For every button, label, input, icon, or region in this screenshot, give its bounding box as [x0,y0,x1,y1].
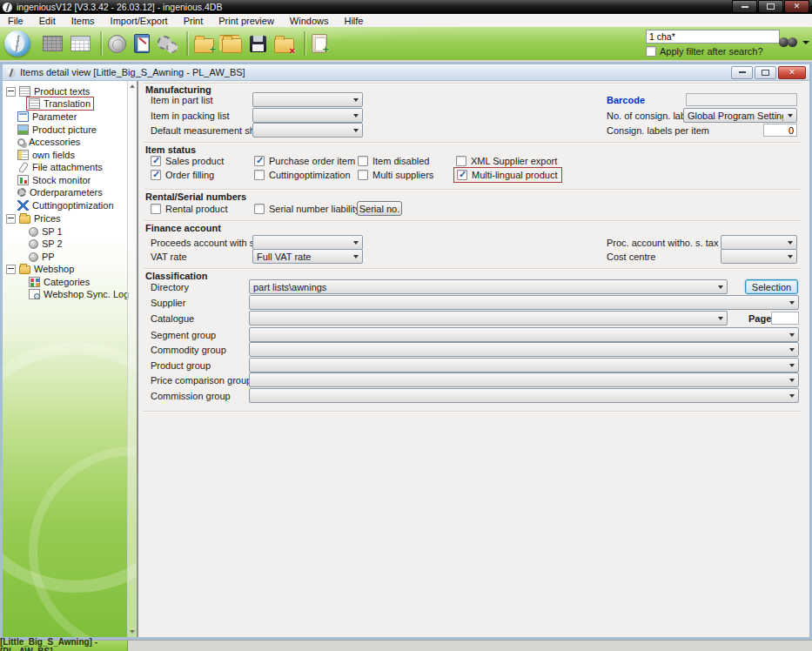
checkbox-icon[interactable] [358,170,368,180]
checkbox-rental-product[interactable]: Rental product [151,204,228,214]
checkbox-icon[interactable] [456,156,466,166]
checkbox-sales-product[interactable]: Sales product [151,156,224,166]
tree-item-webshop[interactable]: Webshop [6,263,74,275]
accessories-icon [17,138,25,146]
new-record-button[interactable] [194,38,214,53]
checkbox-cuttingoptimization[interactable]: Cuttingoptimization [254,170,351,180]
selection-button[interactable]: Selection [745,279,798,294]
checkbox-purchase-order-item[interactable]: Purchase order item [254,156,355,166]
collapse-toggle-icon[interactable] [6,214,16,224]
product-group-dropdown[interactable] [249,358,799,372]
catalogue-dropdown[interactable] [249,311,728,326]
detail-minimize-button[interactable] [731,66,753,79]
currency-button[interactable] [108,35,126,53]
item-in-part-list-dropdown[interactable] [252,92,363,107]
menu-import-export[interactable]: Import/Export [103,16,176,26]
serial-no-button[interactable]: Serial no. [357,201,402,216]
checkbox-multi-lingual-product[interactable]: Multi-lingual product [453,167,562,183]
collapse-toggle-icon[interactable] [6,265,16,274]
tree-item-own-fields[interactable]: own fields [17,149,75,161]
tree-item-webshop-sync-log[interactable]: Webshop Sync. Log [29,288,129,300]
taskbar-active-tab[interactable]: [Little_Big_S_Awning] - [PL_AW_BS] [0,641,128,651]
checkbox-order-filling[interactable]: Order filling [151,170,214,180]
checkbox-icon[interactable] [151,204,161,214]
section-title-rental: Rental/Serial numbers [145,191,246,202]
add-clipboard-button[interactable] [312,34,327,53]
proc-account-witho-dropdown[interactable] [721,235,797,250]
checkbox-serial-number-liability[interactable]: Serial number liability [254,204,360,214]
menu-items[interactable]: Items [64,16,103,26]
minimize-button[interactable] [732,0,757,13]
edit-clipboard-button[interactable] [134,34,150,53]
table-view-button[interactable] [70,36,91,51]
segment-group-dropdown[interactable] [249,327,799,342]
apply-filter-checkbox[interactable] [646,46,656,57]
checkbox-icon[interactable] [254,170,265,180]
list-view-button[interactable] [43,36,63,51]
tree-item-cuttingoptimization[interactable]: Cuttingoptimization [17,199,114,211]
commission-group-dropdown[interactable] [249,388,799,403]
tree-scrollbar[interactable] [127,81,137,637]
item-in-packing-list-dropdown[interactable] [252,108,363,123]
barcode-input[interactable] [686,93,797,106]
page-input[interactable] [771,312,799,325]
checkbox-icon[interactable] [254,156,265,166]
tree-item-parameter[interactable]: Parameter [17,111,77,123]
duplicate-record-button[interactable] [222,38,242,53]
detail-close-button[interactable]: ✕ [778,66,806,79]
close-button[interactable]: ✕ [784,0,809,13]
consign-per-item-input[interactable] [763,124,797,137]
tree-item-label: PP [42,252,55,262]
commodity-group-dropdown[interactable] [249,342,799,357]
cost-centre-dropdown[interactable] [721,249,797,264]
supplier-dropdown[interactable] [249,295,799,310]
directory-dropdown[interactable]: part lists\awnings [249,279,728,294]
tree-item-accessories[interactable]: Accessories [17,136,80,148]
tree-item-file-attachments[interactable]: File attachments [17,161,103,173]
tree-item-product-texts[interactable]: Product texts [6,85,90,97]
tree-item-pp[interactable]: PP [29,251,55,263]
tree-item-stock-monitor[interactable]: Stock monitor [17,174,91,186]
delete-record-button[interactable] [274,38,294,53]
tree-item-orderparameters[interactable]: Orderparameters [17,186,103,198]
search-input[interactable] [646,30,780,44]
search-options-chevron-down-icon[interactable] [802,41,809,44]
tree-item-label: Webshop Sync. Log [44,289,129,299]
chevron-down-icon [349,236,362,249]
collapse-toggle-icon[interactable] [6,87,16,97]
menu-edit[interactable]: Edit [31,16,64,26]
menu-windows[interactable]: Windows [282,16,337,26]
scroll-down-icon[interactable] [130,630,135,634]
tree-item-sp1[interactable]: SP 1 [29,225,63,238]
detail-restore-button[interactable] [755,66,776,79]
maximize-button[interactable] [758,0,783,13]
menu-print-preview[interactable]: Print preview [211,16,282,26]
vat-rate-dropdown[interactable]: Full VAT rate [252,249,363,264]
consign-labels-dropdown[interactable]: Global Program Settings [683,108,797,123]
tree-item-label: Product picture [32,124,97,135]
default-measurement-sheet-dropdown[interactable] [252,123,363,138]
scroll-up-icon[interactable] [130,84,135,88]
price-comparison-group-dropdown[interactable] [249,372,799,387]
tree-item-product-picture[interactable]: Product picture [17,124,97,136]
checkbox-icon[interactable] [151,156,161,166]
barcode-label: Barcode [607,95,645,105]
checkbox-icon[interactable] [254,204,265,214]
checkbox-icon[interactable] [358,156,368,166]
settings-gears-button[interactable] [158,35,177,52]
checkbox-multi-suppliers[interactable]: Multi suppliers [358,170,433,180]
checkbox-item-disabled[interactable]: Item disabled [358,156,429,166]
save-button[interactable] [250,36,266,52]
tree-item-translation[interactable]: Translation [26,97,94,110]
menu-print[interactable]: Print [176,16,211,26]
tree-item-prices[interactable]: Prices [6,212,61,225]
proceeds-account-dropdown[interactable] [252,235,363,250]
checkbox-icon[interactable] [457,170,467,180]
checkbox-xml-supplier-export[interactable]: XML Supplier export [456,156,557,166]
tree-item-categories[interactable]: Categories [29,276,90,288]
menu-hilfe[interactable]: Hilfe [336,16,371,26]
menu-file[interactable]: File [0,16,31,26]
tree-item-sp2[interactable]: SP 2 [29,238,63,250]
search-binoculars-icon[interactable] [779,35,802,50]
checkbox-icon[interactable] [151,170,161,180]
